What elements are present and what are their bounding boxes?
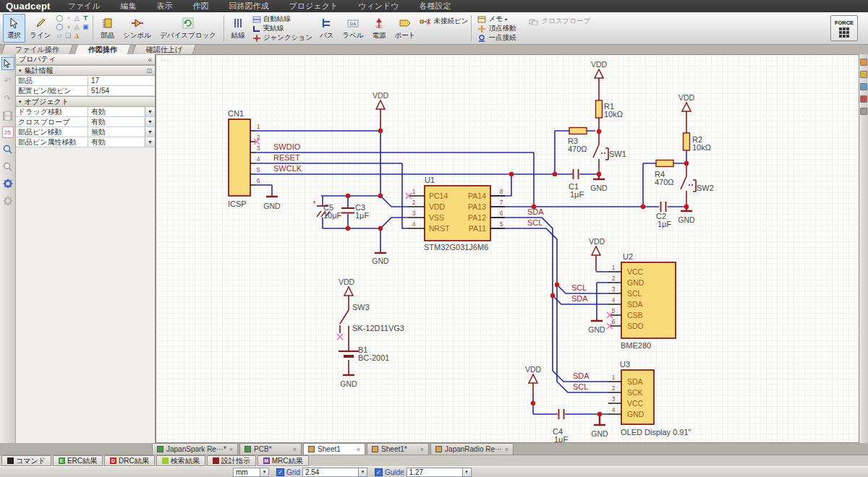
doc-tab-sheet1-active[interactable]: Sheet1 × bbox=[303, 443, 365, 455]
power-button[interactable]: VCC 電源 bbox=[368, 14, 391, 43]
dock-panel-icon[interactable] bbox=[860, 108, 867, 115]
dock-panel-icon[interactable] bbox=[860, 71, 867, 78]
port-button[interactable]: ポート bbox=[391, 14, 420, 43]
cn1-connector-body[interactable] bbox=[229, 119, 250, 196]
doc-tab-japanradio[interactable]: JapanRadio Re⋯ × bbox=[430, 443, 514, 455]
part-pin-attr-move-select[interactable]: 有効 bbox=[88, 137, 145, 147]
dropdown-arrow-icon[interactable]: ▼ bbox=[462, 468, 471, 476]
arc-icon[interactable]: ◔ bbox=[64, 14, 72, 22]
ellipse-icon[interactable]: ◯ bbox=[55, 22, 64, 31]
real-wire-button[interactable]: 実結線 bbox=[252, 24, 312, 33]
menu-project[interactable]: プロジェクト bbox=[279, 1, 349, 12]
select-mode-icon[interactable] bbox=[1, 57, 14, 70]
r1-resistor-body[interactable] bbox=[596, 100, 603, 118]
wiring-icon bbox=[232, 17, 244, 30]
memo-button[interactable]: メモ▾ bbox=[477, 14, 516, 24]
zoom-in-icon[interactable] bbox=[1, 142, 14, 155]
settings-gear-icon[interactable] bbox=[1, 177, 14, 190]
menu-schematic[interactable]: 回路図作成 bbox=[219, 1, 279, 12]
section-object[interactable]: ▾ オブジェクト bbox=[16, 96, 155, 107]
dropdown-arrow-icon[interactable]: ▼ bbox=[260, 468, 268, 476]
section-pin-icon[interactable]: ⊡ bbox=[146, 67, 152, 74]
drag-move-select[interactable]: 有効 bbox=[88, 107, 145, 116]
tab-erc-results[interactable]: E ERC結果 bbox=[53, 455, 103, 466]
tab-drc-results[interactable]: D DRC結果 bbox=[104, 455, 155, 466]
grid-25-icon[interactable]: 25 bbox=[2, 126, 14, 138]
zoom-out-icon[interactable] bbox=[1, 160, 14, 173]
close-tab-icon[interactable]: × bbox=[293, 446, 297, 453]
dropdown-arrow-icon[interactable]: ▼ bbox=[145, 137, 155, 147]
unit-dropdown[interactable]: mm ▼ bbox=[233, 468, 269, 477]
text-tool-icon[interactable]: T bbox=[81, 14, 90, 22]
tab-design-instructions[interactable]: 設計指示 bbox=[207, 455, 256, 466]
circle-icon[interactable]: ◯ bbox=[55, 14, 64, 22]
menu-view[interactable]: 表示 bbox=[147, 1, 183, 12]
grid-value-dropdown[interactable]: 2.54 ▼ bbox=[302, 468, 367, 477]
doc-tab-pcb[interactable]: PCB* × bbox=[239, 443, 302, 455]
save-icon[interactable] bbox=[1, 109, 14, 122]
tab-mrc-results[interactable]: M MRC結果 bbox=[258, 455, 309, 466]
trapezoid-icon[interactable]: ◮ bbox=[72, 31, 81, 40]
tab-search-results[interactable]: 検索結果 bbox=[156, 455, 205, 466]
one-point-button[interactable]: 一点接続 bbox=[477, 33, 516, 43]
dock-panel-icon[interactable] bbox=[860, 95, 867, 103]
bus-button[interactable]: バス bbox=[315, 14, 338, 43]
image-icon[interactable]: ▣ bbox=[81, 22, 90, 31]
vertex-move-button[interactable]: 頂点移動 bbox=[477, 24, 516, 33]
dropdown-arrow-icon[interactable]: ▼ bbox=[145, 127, 155, 137]
junction-button[interactable]: ジャンクション bbox=[252, 33, 312, 43]
close-tab-icon[interactable]: × bbox=[420, 446, 424, 453]
triangle-icon[interactable]: △ bbox=[72, 14, 81, 22]
doc-tab-japanspark[interactable]: JapanSpark Re⋯* × bbox=[152, 443, 238, 455]
menu-file[interactable]: ファイル bbox=[58, 1, 111, 12]
dropdown-arrow-icon[interactable]: ▼ bbox=[145, 117, 155, 126]
select-tool-button[interactable]: 選択 bbox=[3, 14, 25, 43]
menu-draw[interactable]: 作図 bbox=[183, 1, 219, 12]
guide-value-dropdown[interactable]: 1.27 ▼ bbox=[407, 468, 472, 477]
force-button[interactable]: FORCE bbox=[830, 15, 858, 41]
rect-icon[interactable]: ▱ bbox=[55, 31, 64, 40]
redo-icon[interactable]: ↷ bbox=[1, 92, 14, 105]
guide-checkbox[interactable]: ✓ bbox=[375, 468, 383, 476]
dock-panel-icon[interactable] bbox=[860, 83, 867, 90]
copy-shape-icon[interactable]: ❏ bbox=[64, 31, 72, 40]
collapse-panel-icon[interactable]: « bbox=[148, 56, 152, 64]
close-tab-icon[interactable]: × bbox=[505, 446, 509, 453]
grid-checkbox[interactable]: ✓ bbox=[276, 468, 284, 476]
part-pin-move-select[interactable]: 無効 bbox=[88, 127, 145, 137]
r3-resistor-body[interactable] bbox=[569, 128, 587, 134]
undo-icon[interactable]: ↶ bbox=[1, 74, 14, 87]
label-button[interactable]: DA ラベル bbox=[338, 14, 367, 43]
r2-resistor-body[interactable] bbox=[684, 133, 690, 150]
menu-window[interactable]: ウィンドウ bbox=[348, 1, 409, 12]
tab-draw-ops[interactable]: 作図操作 bbox=[75, 44, 132, 54]
pie-icon[interactable]: ◑ bbox=[64, 22, 72, 31]
polygon-icon[interactable]: ◬ bbox=[72, 22, 81, 31]
section-summary[interactable]: ▾ 集計情報 ⊡ bbox=[16, 65, 155, 76]
dropdown-arrow-icon[interactable]: ▼ bbox=[358, 468, 367, 476]
unconnected-pin-button[interactable]: 未接続ピン bbox=[420, 17, 468, 26]
close-tab-icon[interactable]: × bbox=[229, 446, 233, 453]
menu-settings[interactable]: 各種設定 bbox=[409, 1, 461, 12]
part-button[interactable]: 部品 bbox=[96, 14, 119, 43]
doc-tab-sheet1b[interactable]: Sheet1* × bbox=[367, 443, 429, 455]
memo-stack: メモ▾ 頂点移動 一点接続 bbox=[475, 14, 519, 43]
dock-panel-icon[interactable] bbox=[860, 59, 867, 66]
shape-tools-grid[interactable]: ◯ ◔ △ T ◯ ◑ ◬ ▣ ▱ ❏ ◮ bbox=[55, 14, 90, 43]
bus-icon bbox=[321, 17, 333, 30]
wiring-button[interactable]: 結線 bbox=[227, 14, 250, 43]
dropdown-arrow-icon[interactable]: ▼ bbox=[145, 107, 155, 116]
menu-edit[interactable]: 編集 bbox=[111, 1, 147, 12]
close-tab-icon[interactable]: × bbox=[357, 446, 360, 453]
canvas-dock-handle[interactable]: ∙∙∙∙ bbox=[161, 56, 171, 64]
device-block-button[interactable]: デバイスブロック bbox=[156, 14, 221, 43]
auto-wire-button[interactable]: 自動結線 bbox=[252, 14, 312, 24]
line-tool-button[interactable]: ライン bbox=[25, 14, 55, 43]
symbol-button[interactable]: シンボル bbox=[119, 14, 156, 43]
tab-file-ops[interactable]: ファイル操作 bbox=[1, 44, 73, 54]
tab-check-finish[interactable]: 確認仕上げ bbox=[132, 44, 197, 54]
cross-probe-select[interactable]: 有効 bbox=[88, 117, 145, 126]
tab-command[interactable]: コマンド bbox=[1, 455, 51, 466]
schematic-canvas[interactable]: VDD VDD VDD VDD VDD VDD GND GND GND GND … bbox=[156, 54, 859, 443]
r4-resistor-body[interactable] bbox=[656, 160, 673, 167]
